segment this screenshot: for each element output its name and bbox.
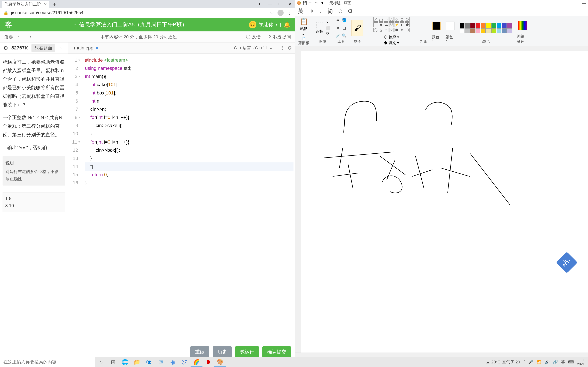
select-button[interactable]: 选择 <box>314 21 325 35</box>
color-swatch[interactable] <box>507 23 512 28</box>
shape-button[interactable]: ⬡ <box>405 17 409 22</box>
menu-icon[interactable]: ⋮ <box>287 10 292 16</box>
shape-button[interactable]: ☁ <box>384 22 389 27</box>
color-swatch[interactable] <box>476 23 480 28</box>
chevron-right-icon[interactable]: › <box>30 34 32 40</box>
breadcrumb-item[interactable]: 蛋糕 <box>4 34 13 40</box>
shape-button[interactable]: → <box>373 22 378 27</box>
redo-button[interactable]: 重做 <box>190 346 209 358</box>
link-icon[interactable]: 🔗 <box>553 360 558 365</box>
code-area[interactable]: #include <iostream>using namespace std;i… <box>83 53 295 345</box>
shape-button[interactable]: ◯ <box>379 17 383 22</box>
ime-item[interactable]: 简 <box>327 7 333 15</box>
edit-colors-button[interactable] <box>518 21 527 30</box>
code-editor[interactable]: 1▾2 3▾4 5 6 7 8▾9 10 11▾12 13 14 15 16 #… <box>68 53 295 345</box>
shape-button[interactable]: ⬠ <box>400 17 404 22</box>
home-icon[interactable]: ⌂ <box>73 22 77 27</box>
outline-option[interactable]: ◇ 轮廓 ▾ <box>384 35 399 40</box>
maximize-button[interactable]: □ <box>275 0 285 8</box>
shape-button[interactable]: ◐ <box>400 22 404 27</box>
chrome-taskbar-icon[interactable]: 🌈 <box>190 357 202 367</box>
color-swatch[interactable] <box>491 23 496 28</box>
cortana-icon[interactable]: ○ <box>95 357 107 367</box>
color-swatch[interactable] <box>476 28 480 33</box>
minimize-button[interactable]: — <box>265 0 275 8</box>
ime-item[interactable]: ☽ <box>308 8 313 14</box>
color-swatch[interactable] <box>465 23 470 28</box>
shape-button[interactable]: △ <box>389 17 394 22</box>
network-icon[interactable]: 📶 <box>536 360 542 365</box>
crop-icon[interactable]: ✂ <box>326 20 331 25</box>
rotate-icon[interactable]: ↻ <box>326 31 331 36</box>
toggle-view-button[interactable]: 只看题面 <box>32 44 55 52</box>
settings-icon[interactable]: ⚙ <box>287 45 292 51</box>
shape-button[interactable]: ◯ <box>373 28 378 32</box>
mic-icon[interactable]: 🎤 <box>528 360 533 365</box>
paste-button[interactable]: 📋粘贴 <box>299 17 309 32</box>
color-swatch[interactable] <box>460 28 465 33</box>
redo-icon[interactable]: ↷ <box>314 1 319 5</box>
share-icon[interactable]: ⇪ <box>280 45 284 51</box>
ime-keyboard-icon[interactable]: ⌨ <box>568 360 574 365</box>
ime-item[interactable]: ， <box>317 7 323 15</box>
color-swatch[interactable] <box>507 28 512 33</box>
picker-icon[interactable]: 💉 <box>336 33 340 38</box>
color-swatch[interactable] <box>465 28 470 33</box>
color-swatch[interactable] <box>470 23 475 28</box>
close-tab-icon[interactable]: × <box>44 1 47 7</box>
task-view-icon[interactable]: ⊞ <box>107 357 119 367</box>
thunder-icon[interactable]: 🕊 <box>179 357 190 367</box>
canvas[interactable] <box>301 51 588 352</box>
qat-dropdown-icon[interactable]: ▾ <box>320 1 324 5</box>
clock[interactable]: 1 2021 <box>577 358 585 366</box>
dropdown-caret-icon[interactable]: ▾ <box>276 23 277 27</box>
ime-lang[interactable]: 英 <box>561 359 565 365</box>
fill-option[interactable]: ◆ 填充 ▾ <box>384 41 399 46</box>
taskbar-search[interactable]: 在这里输入你要搜索的内容 <box>0 357 95 367</box>
chevron-right-icon[interactable]: › <box>18 34 20 40</box>
color-swatch[interactable] <box>502 23 507 28</box>
eraser-icon[interactable]: ◫ <box>342 26 346 30</box>
shape-button[interactable]: ☆ <box>389 28 394 32</box>
color-swatch[interactable] <box>460 23 465 28</box>
bell-icon[interactable]: 🔔 <box>284 22 290 28</box>
ime-item[interactable]: ⚙ <box>348 8 353 14</box>
browser-tab[interactable]: 信息学算法入门二阶 × <box>2 1 49 8</box>
close-window-button[interactable]: ✕ <box>285 0 295 8</box>
color-swatch[interactable] <box>486 28 491 33</box>
weather-widget[interactable]: ☁ 20°C 空气优 20 <box>485 359 520 365</box>
color-swatch[interactable] <box>481 28 485 33</box>
app-icon[interactable]: ◉ <box>167 357 179 367</box>
minimize-button[interactable]: — <box>582 1 586 5</box>
shape-button[interactable]: ⚡ <box>395 22 399 27</box>
gear-icon[interactable]: ⚙ <box>3 45 8 51</box>
ime-item[interactable]: ☺ <box>337 8 343 14</box>
copy-icon[interactable]: 📄 <box>302 37 306 41</box>
shape-button[interactable]: ★ <box>379 22 383 27</box>
paint-taskbar-icon[interactable]: 🎨 <box>214 357 226 367</box>
color2-well[interactable] <box>446 22 454 30</box>
shape-button[interactable]: △ <box>379 28 383 32</box>
profile-avatar[interactable] <box>277 10 284 16</box>
thickness-button[interactable]: ≡ <box>422 25 425 32</box>
color-swatch[interactable] <box>486 23 491 28</box>
color-swatch[interactable] <box>497 23 502 28</box>
record-icon[interactable]: ⏺ <box>202 357 214 367</box>
shape-button[interactable]: ⬟ <box>405 22 409 27</box>
color-swatch[interactable] <box>491 28 496 33</box>
address-bar[interactable]: 🔒 jisuanke.com/course/21610/1562554 ☆ ⋮ <box>0 8 295 18</box>
brush-button[interactable]: 🖌 <box>352 20 363 36</box>
fill-icon[interactable]: 🪣 <box>342 18 346 23</box>
shape-button[interactable]: ♡ <box>389 22 394 27</box>
cut-icon[interactable]: ✂ <box>302 33 306 36</box>
paint-app-icon[interactable]: 🎨 <box>297 1 301 5</box>
color-swatch[interactable] <box>497 28 502 33</box>
color1-well[interactable] <box>432 22 441 30</box>
save-icon[interactable]: 💾 <box>303 1 307 5</box>
color-swatch[interactable] <box>481 23 485 28</box>
file-tab[interactable]: main.cpp <box>71 44 101 52</box>
undo-icon[interactable]: ↶ <box>309 1 313 5</box>
ask-question-link[interactable]: ？我要提问 <box>268 34 291 40</box>
language-select[interactable]: C++ 语言（C++11 ⌄ <box>231 44 276 52</box>
ime-item[interactable]: 英 <box>298 7 304 15</box>
